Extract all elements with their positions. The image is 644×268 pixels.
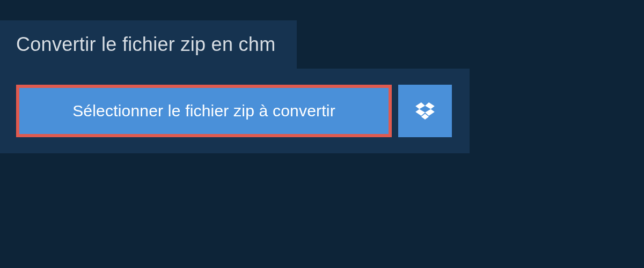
select-file-button[interactable]: Sélectionner le fichier zip à convertir bbox=[16, 85, 392, 137]
upload-panel: Sélectionner le fichier zip à convertir bbox=[0, 69, 470, 153]
button-row: Sélectionner le fichier zip à convertir bbox=[16, 85, 453, 137]
select-file-label: Sélectionner le fichier zip à convertir bbox=[72, 102, 335, 120]
tab-header: Convertir le fichier zip en chm bbox=[0, 20, 297, 69]
dropbox-button[interactable] bbox=[398, 85, 452, 137]
page-title: Convertir le fichier zip en chm bbox=[16, 33, 275, 56]
dropbox-icon bbox=[415, 102, 435, 120]
